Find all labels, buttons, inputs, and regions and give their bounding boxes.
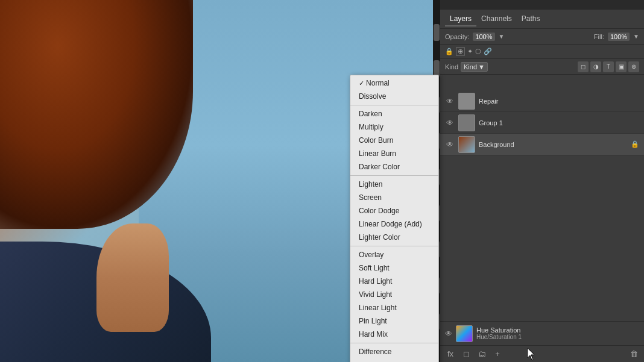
- opacity-arrow: ▼: [499, 33, 505, 40]
- new-layer-button[interactable]: +: [492, 349, 503, 360]
- blend-lightercolor[interactable]: Lighter Color: [350, 231, 438, 244]
- filter-kind-label: Kind: [464, 63, 477, 70]
- blend-pinlight[interactable]: Pin Light: [350, 314, 438, 328]
- filter-kind-arrow: ▼: [478, 63, 485, 70]
- layer-name-repair: Repair: [479, 98, 639, 105]
- layer-eye-group1[interactable]: 👁: [445, 119, 455, 127]
- hue-sat-name: Hue Saturation: [476, 326, 522, 334]
- tab-channels[interactable]: Channels: [476, 12, 517, 27]
- layer-thumb-group1: [458, 114, 475, 131]
- layer-thumb-repair: [458, 93, 475, 110]
- blend-multiply[interactable]: Multiply: [350, 120, 438, 134]
- new-group-button[interactable]: 🗂: [476, 349, 487, 360]
- blend-linearburn[interactable]: Linear Burn: [350, 147, 438, 160]
- blend-colordodge[interactable]: Color Dodge: [350, 204, 438, 217]
- filter-kind-select[interactable]: Kind ▼: [461, 62, 488, 72]
- strip-dot-1: [434, 24, 440, 41]
- filter-row: Kind Kind ▼ ◻ ◑ T ▣ ⊛: [440, 59, 644, 75]
- layer-eye-repair[interactable]: 👁: [445, 97, 455, 105]
- hue-sat-sublabel: Hue/Saturation 1: [476, 334, 522, 340]
- delete-layer-button[interactable]: 🗑: [628, 349, 639, 360]
- blend-hardmix[interactable]: Hard Mix: [350, 328, 438, 341]
- hue-sat-thumb: [456, 325, 473, 342]
- fill-arrow: ▼: [633, 33, 639, 40]
- filter-pixel-btn[interactable]: ◻: [578, 61, 589, 72]
- filter-text-btn[interactable]: T: [603, 61, 614, 72]
- opacity-fill-row: Opacity: 100% ▼ Fill: 100% ▼: [440, 29, 644, 45]
- filter-adj-btn[interactable]: ◑: [590, 61, 601, 72]
- blend-screen[interactable]: Screen: [350, 191, 438, 204]
- fill-value[interactable]: 100%: [608, 33, 630, 41]
- blend-darkercolor[interactable]: Darker Color: [350, 160, 438, 173]
- layer-thumb-background: [458, 136, 475, 153]
- panel-header-strip: [440, 0, 644, 10]
- blend-normal[interactable]: Normal: [350, 76, 438, 90]
- blend-mode-dropdown[interactable]: Normal Dissolve Darken Multiply Color Bu…: [350, 75, 439, 362]
- divider-4: [350, 343, 438, 343]
- hue-sat-eye[interactable]: 👁: [445, 329, 452, 338]
- blend-darken[interactable]: Darken: [350, 107, 438, 120]
- divider-2: [350, 175, 438, 176]
- tab-layers[interactable]: Layers: [445, 12, 476, 27]
- lock-icon-1: 🔒: [445, 48, 453, 55]
- filter-icons: ◻ ◑ T ▣ ⊛: [578, 61, 639, 72]
- filter-label: Kind: [445, 63, 458, 70]
- lock-filter-row: 🔒 ⊕ ✦ ⬡ 🔗: [440, 45, 644, 59]
- fx-button[interactable]: fx: [445, 349, 456, 360]
- layers-list: 👁 Repair 👁 Group 1 👁 Background 🔒: [440, 90, 644, 321]
- blend-exclusion[interactable]: Exclusion: [350, 358, 438, 362]
- filter-smart-btn[interactable]: ⊛: [628, 61, 639, 72]
- hue-sat-text: Hue Saturation Hue/Saturation 1: [476, 326, 522, 340]
- skin-shape: [96, 223, 169, 332]
- layers-panel: Layers Channels Paths Opacity: 100% ▼ Fi…: [440, 0, 644, 362]
- filter-shape-btn[interactable]: ▣: [616, 61, 627, 72]
- new-fill-button[interactable]: ◻: [461, 349, 472, 360]
- layer-name-background: Background: [479, 141, 627, 148]
- blend-lighten[interactable]: Lighten: [350, 178, 438, 191]
- opacity-value[interactable]: 100%: [473, 33, 494, 41]
- opacity-label: Opacity:: [445, 33, 469, 40]
- lock-pixel-icon: ✦: [467, 48, 473, 55]
- layer-item-repair[interactable]: 👁 Repair: [440, 90, 644, 112]
- panel-tabs: Layers Channels Paths: [440, 10, 644, 29]
- blend-hardlight[interactable]: Hard Light: [350, 275, 438, 288]
- lock-vector-icon: ⬡: [475, 48, 481, 55]
- tab-paths[interactable]: Paths: [517, 12, 545, 27]
- blend-softlight[interactable]: Soft Light: [350, 261, 438, 275]
- layer-name-group1: Group 1: [479, 119, 639, 126]
- fill-label: Fill:: [594, 33, 604, 40]
- blend-vividlight[interactable]: Vivid Light: [350, 288, 438, 301]
- divider-3: [350, 246, 438, 246]
- blend-lineardodge[interactable]: Linear Dodge (Add): [350, 217, 438, 231]
- lock-pos-icon: ⊕: [456, 47, 465, 56]
- blend-linearlight[interactable]: Linear Light: [350, 301, 438, 314]
- layer-item-group1[interactable]: 👁 Group 1: [440, 112, 644, 134]
- layer-lock-background: 🔒: [631, 140, 639, 148]
- hue-sat-layer[interactable]: 👁 Hue Saturation Hue/Saturation 1: [440, 321, 644, 345]
- blend-overlay[interactable]: Overlay: [350, 248, 438, 261]
- lock-artboard-icon: 🔗: [484, 48, 492, 55]
- blend-mode-row: Normal Dissolve Darken Multiply Color Bu…: [440, 75, 644, 90]
- panel-bottom-toolbar: fx ◻ 🗂 + 🗑: [440, 345, 644, 362]
- divider-1: [350, 105, 438, 105]
- panel-content: Normal Dissolve Darken Multiply Color Bu…: [440, 75, 644, 362]
- blend-difference[interactable]: Difference: [350, 345, 438, 358]
- blend-dissolve[interactable]: Dissolve: [350, 90, 438, 103]
- layer-item-background[interactable]: 👁 Background 🔒: [440, 134, 644, 155]
- layer-eye-background[interactable]: 👁: [445, 140, 455, 149]
- blend-colorburn[interactable]: Color Burn: [350, 134, 438, 147]
